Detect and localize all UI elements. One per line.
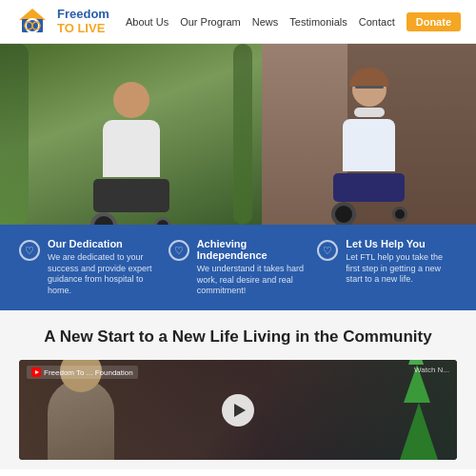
dedication-text: Our Dedication We are dedicated to your … [48, 238, 159, 297]
logo-icon [15, 5, 50, 39]
video-person [48, 379, 114, 460]
hero-left-image [0, 44, 262, 225]
hero-section [0, 44, 476, 225]
video-container[interactable]: Freedom To ... Foundation Watch N... [19, 360, 457, 460]
logo-tolive: TO LIVE [57, 22, 109, 35]
play-icon [234, 404, 246, 417]
info-dedication: ♡ Our Dedication We are dedicated to you… [19, 238, 159, 297]
play-button[interactable] [222, 394, 254, 426]
independence-icon: ♡ [169, 240, 189, 261]
logo-text: Freedom TO LIVE [57, 8, 109, 35]
independence-text: Achieving Independence We understand it … [197, 238, 308, 297]
info-bar: ♡ Our Dedication We are dedicated to you… [0, 225, 476, 310]
help-title: Let Us Help You [346, 238, 457, 249]
main-nav: About Us Our Program News Testimonials C… [126, 12, 461, 31]
nav-testimonials[interactable]: Testimonials [289, 16, 347, 28]
hero-right-person [262, 44, 476, 225]
logo[interactable]: Freedom TO LIVE [15, 5, 109, 39]
independence-title: Achieving Independence [197, 238, 308, 261]
nav-news[interactable]: News [252, 16, 279, 28]
donate-button[interactable]: Donate [407, 12, 461, 31]
video-inner: Freedom To ... Foundation Watch N... [19, 360, 457, 460]
main-heading: A New Start to a New Life Living in the … [19, 327, 457, 347]
help-desc: Let FTL help you take the first step in … [346, 252, 457, 286]
nav-contact[interactable]: Contact [359, 16, 395, 28]
dedication-desc: We are dedicated to your success and pro… [48, 252, 159, 297]
dedication-title: Our Dedication [48, 238, 159, 249]
video-label: Freedom To ... Foundation [27, 366, 138, 379]
video-title: Freedom To ... Foundation [44, 368, 133, 377]
independence-desc: We understand it takes hard work, real d… [197, 264, 308, 297]
nav-about[interactable]: About Us [126, 16, 169, 28]
info-help: ♡ Let Us Help You Let FTL help you take … [317, 238, 457, 297]
youtube-icon [31, 367, 41, 377]
hero-right-image [262, 44, 476, 225]
site-header: Freedom TO LIVE About Us Our Program New… [0, 0, 476, 44]
info-independence: ♡ Achieving Independence We understand i… [169, 238, 308, 297]
video-watch-label: Watch N... [414, 366, 449, 374]
logo-freedom: Freedom [57, 8, 109, 21]
nav-program[interactable]: Our Program [180, 16, 241, 28]
help-text: Let Us Help You Let FTL help you take th… [346, 238, 457, 286]
hero-left-person [0, 44, 262, 225]
main-content: A New Start to a New Life Living in the … [0, 310, 476, 469]
dedication-icon: ♡ [19, 240, 40, 261]
help-icon: ♡ [317, 240, 338, 261]
